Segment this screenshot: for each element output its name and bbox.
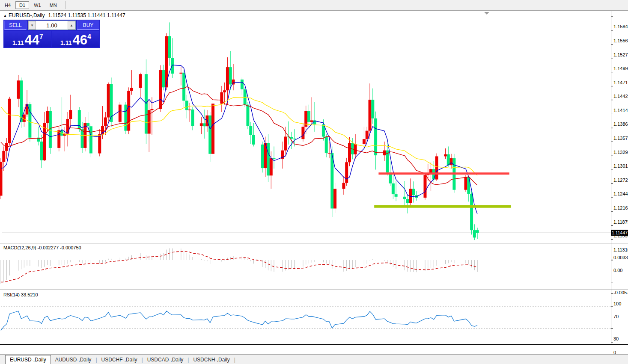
- candle-body: [46, 111, 49, 123]
- candle-body: [310, 120, 313, 121]
- candle-body: [168, 36, 171, 58]
- price-axis-label: 1.13575: [613, 136, 628, 141]
- chart-shift-marker-icon: [484, 12, 489, 15]
- candle-body: [2, 151, 5, 162]
- timeframe-button-h4[interactable]: H4: [1, 1, 15, 9]
- candle-body: [232, 80, 235, 85]
- candle-body: [467, 177, 470, 194]
- candle-body: [252, 135, 255, 145]
- chart-window: ▲EURUSD-,Daily1.11524 1.11535 1.11441 1.…: [0, 11, 628, 354]
- candle-body: [284, 136, 287, 150]
- candle-body: [354, 144, 357, 154]
- symbol-name: EURUSD-,Daily: [9, 12, 45, 18]
- rsi-axis-label: 30: [613, 336, 619, 341]
- candle-body: [363, 139, 366, 144]
- candle-body: [395, 194, 398, 197]
- buy-price-button[interactable]: 1.11464: [52, 31, 99, 47]
- rsi-axis-label: 70: [613, 314, 619, 319]
- macd-label: MACD(12,26,9) -0.002277 -0.000750: [3, 245, 81, 250]
- buy-price-big: 46: [73, 35, 87, 46]
- price-axis-label: 1.15275: [613, 52, 628, 57]
- macd-axis-label: 0.003386: [613, 255, 628, 260]
- candle-body: [473, 230, 476, 237]
- timeframe-buttons: H4D1W1MN: [0, 1, 61, 9]
- slow-ma-line: [1, 97, 477, 175]
- candle-body: [185, 101, 188, 110]
- candle-body: [325, 136, 328, 153]
- candle-body: [150, 109, 153, 110]
- candle-body: [145, 74, 148, 133]
- rsi-line: [1, 311, 477, 330]
- candle-body: [301, 127, 304, 139]
- candle-body: [366, 131, 369, 139]
- rsi-label: RSI(14) 33.5210: [3, 292, 38, 297]
- candle-body: [191, 109, 194, 126]
- mt4-window: H4D1W1MN ▲EURUSD-,Daily1.11524 1.11535 1…: [0, 0, 628, 364]
- tab-usdcad-daily[interactable]: USDCAD-,Daily: [143, 355, 188, 364]
- candle-body: [246, 105, 249, 126]
- tab-usdchf-daily[interactable]: USDCHF-,Daily: [97, 355, 142, 364]
- candle-body: [119, 105, 122, 122]
- tab-eurusd-daily[interactable]: EURUSD-,Daily: [5, 355, 51, 364]
- tab-separator: |: [234, 357, 235, 364]
- price-axis-label: 1.13860: [613, 121, 628, 127]
- candle-body: [423, 175, 426, 198]
- collapse-triangle-icon[interactable]: ▲: [3, 14, 7, 18]
- candle-body: [179, 73, 182, 74]
- sell-price-pip: 7: [39, 33, 43, 41]
- candle-body: [69, 110, 72, 119]
- candle-body: [261, 145, 264, 168]
- candle-body: [476, 230, 479, 233]
- volume-decrease-button[interactable]: ▼: [28, 21, 36, 30]
- candle-body: [229, 67, 232, 84]
- candle-body: [348, 143, 351, 162]
- buy-button[interactable]: BUY: [77, 21, 99, 30]
- buy-price-pip: 4: [87, 33, 91, 41]
- macd-axis-label: 0.00: [613, 268, 622, 273]
- volume-spinner: ▼ ▲: [28, 21, 76, 30]
- chart-title: ▲EURUSD-,Daily1.11524 1.11535 1.11441 1.…: [3, 12, 125, 18]
- tab-audusd-daily[interactable]: AUDUSD-,Daily: [51, 355, 96, 364]
- price-axis-label: 1.14145: [613, 108, 628, 113]
- sell-price-big: 44: [25, 35, 39, 46]
- ohlc-values: 1.11524 1.11535 1.11441 1.11447: [48, 12, 125, 18]
- sell-button[interactable]: SELL: [4, 21, 27, 30]
- price-axis-label: 1.13010: [613, 163, 628, 169]
- price-axis-label: 1.12160: [613, 205, 628, 210]
- candle-body: [369, 100, 372, 131]
- candle-body: [345, 162, 348, 183]
- candle-body: [330, 153, 333, 208]
- candle-body: [0, 162, 3, 195]
- candle-body: [17, 80, 20, 99]
- candle-body: [392, 183, 395, 194]
- candle-body: [86, 123, 89, 126]
- candle-body: [342, 183, 345, 189]
- volume-input[interactable]: [36, 21, 68, 30]
- candle-body: [208, 115, 211, 154]
- candle-body: [127, 91, 130, 130]
- chart-plot-area[interactable]: [0, 11, 628, 345]
- candle-body: [26, 104, 29, 114]
- timeframe-button-d1[interactable]: D1: [15, 1, 29, 9]
- current-price-tag: 1.11447: [611, 230, 628, 236]
- candle-body: [241, 80, 244, 89]
- sell-price-button[interactable]: 1.11447: [4, 31, 51, 47]
- candle-body: [412, 189, 415, 195]
- timeframe-button-w1[interactable]: W1: [30, 1, 45, 9]
- candle-body: [40, 142, 43, 160]
- tab-usdcnh-daily[interactable]: USDCNH-,Daily: [189, 355, 234, 364]
- volume-increase-button[interactable]: ▲: [68, 21, 75, 30]
- candle-body: [223, 90, 226, 92]
- candle-body: [159, 70, 162, 109]
- price-axis-label: 1.14995: [613, 66, 628, 71]
- price-axis-label: 1.15560: [613, 38, 628, 43]
- candle-body: [435, 156, 438, 179]
- sell-price-prefix: 1.11: [12, 40, 24, 46]
- candle-body: [200, 123, 203, 126]
- candle-body: [444, 154, 447, 157]
- candle-body: [270, 158, 273, 175]
- timeframe-button-mn[interactable]: MN: [46, 1, 61, 9]
- rsi-axis-label: 100: [613, 301, 621, 306]
- candle-body: [333, 189, 336, 208]
- candle-body: [162, 70, 165, 87]
